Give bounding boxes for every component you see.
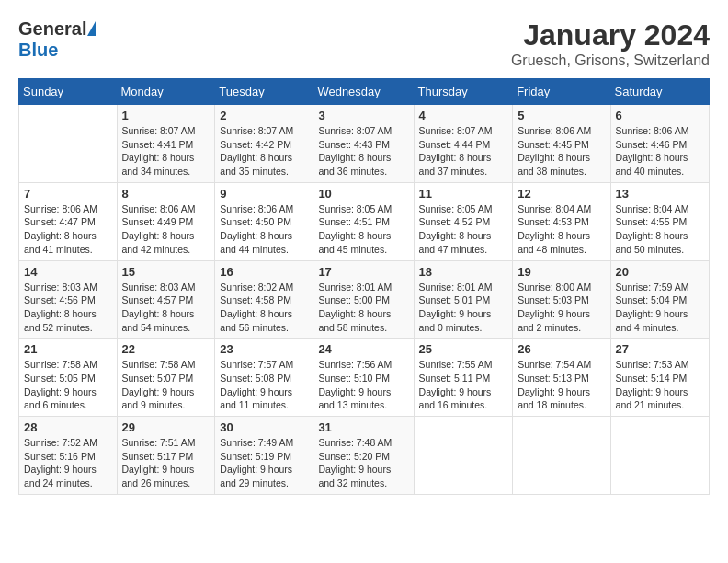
day-detail: Sunrise: 8:06 AMSunset: 4:49 PMDaylight:… (122, 202, 210, 257)
day-number: 21 (24, 342, 112, 356)
calendar-cell: 17Sunrise: 8:01 AMSunset: 5:00 PMDayligh… (313, 260, 414, 339)
calendar-cell: 10Sunrise: 8:05 AMSunset: 4:51 PMDayligh… (313, 182, 414, 260)
day-detail: Sunrise: 7:55 AMSunset: 5:11 PMDaylight:… (419, 358, 508, 412)
calendar-cell: 27Sunrise: 7:53 AMSunset: 5:14 PMDayligh… (610, 339, 709, 417)
day-number: 30 (220, 420, 308, 434)
day-detail: Sunrise: 8:07 AMSunset: 4:41 PMDaylight:… (122, 124, 210, 178)
weekday-header-monday: Monday (117, 79, 215, 105)
day-detail: Sunrise: 8:05 AMSunset: 4:51 PMDaylight:… (318, 202, 408, 257)
calendar-cell: 15Sunrise: 8:03 AMSunset: 4:57 PMDayligh… (117, 260, 215, 339)
calendar-cell: 3Sunrise: 8:07 AMSunset: 4:43 PMDaylight… (313, 105, 414, 183)
day-detail: Sunrise: 8:05 AMSunset: 4:52 PMDaylight:… (419, 202, 508, 257)
month-year-title: January 2024 (511, 18, 710, 52)
day-number: 25 (419, 342, 508, 356)
weekday-header-row: SundayMondayTuesdayWednesdayThursdayFrid… (19, 79, 710, 105)
calendar-week-1: 1Sunrise: 8:07 AMSunset: 4:41 PMDaylight… (19, 105, 710, 183)
day-number: 22 (122, 342, 210, 356)
calendar-cell: 11Sunrise: 8:05 AMSunset: 4:52 PMDayligh… (414, 182, 513, 260)
calendar-week-4: 21Sunrise: 7:58 AMSunset: 5:05 PMDayligh… (19, 339, 710, 417)
calendar-week-5: 28Sunrise: 7:52 AMSunset: 5:16 PMDayligh… (19, 417, 710, 495)
day-number: 12 (518, 187, 605, 201)
calendar-cell: 30Sunrise: 7:49 AMSunset: 5:19 PMDayligh… (215, 417, 313, 495)
day-number: 5 (518, 109, 605, 122)
location-subtitle: Gruesch, Grisons, Switzerland (511, 52, 710, 69)
calendar-week-2: 7Sunrise: 8:06 AMSunset: 4:47 PMDaylight… (19, 182, 710, 260)
calendar-cell: 2Sunrise: 8:07 AMSunset: 4:42 PMDaylight… (215, 105, 313, 183)
calendar-cell: 22Sunrise: 7:58 AMSunset: 5:07 PMDayligh… (117, 339, 215, 417)
day-number: 1 (122, 109, 210, 122)
calendar-cell: 25Sunrise: 7:55 AMSunset: 5:11 PMDayligh… (414, 339, 513, 417)
calendar-cell: 8Sunrise: 8:06 AMSunset: 4:49 PMDaylight… (117, 182, 215, 260)
day-detail: Sunrise: 8:01 AMSunset: 5:00 PMDaylight:… (318, 281, 408, 335)
day-number: 6 (616, 109, 704, 122)
day-number: 19 (518, 265, 605, 279)
day-detail: Sunrise: 7:54 AMSunset: 5:13 PMDaylight:… (518, 358, 605, 412)
day-number: 8 (122, 187, 210, 201)
day-number: 3 (318, 109, 408, 122)
day-detail: Sunrise: 7:58 AMSunset: 5:05 PMDaylight:… (24, 358, 112, 412)
day-detail: Sunrise: 7:53 AMSunset: 5:14 PMDaylight:… (616, 358, 704, 412)
day-detail: Sunrise: 7:56 AMSunset: 5:10 PMDaylight:… (318, 358, 408, 412)
day-detail: Sunrise: 8:06 AMSunset: 4:45 PMDaylight:… (518, 124, 605, 178)
calendar-cell: 12Sunrise: 8:04 AMSunset: 4:53 PMDayligh… (513, 182, 610, 260)
calendar-cell (513, 417, 610, 495)
calendar-cell: 18Sunrise: 8:01 AMSunset: 5:01 PMDayligh… (414, 260, 513, 339)
calendar-cell: 23Sunrise: 7:57 AMSunset: 5:08 PMDayligh… (215, 339, 313, 417)
day-number: 16 (220, 265, 308, 279)
day-number: 11 (419, 187, 508, 201)
day-detail: Sunrise: 8:06 AMSunset: 4:46 PMDaylight:… (616, 124, 704, 178)
calendar-cell (414, 417, 513, 495)
day-number: 10 (318, 187, 408, 201)
day-number: 17 (318, 265, 408, 279)
calendar-cell: 5Sunrise: 8:06 AMSunset: 4:45 PMDaylight… (513, 105, 610, 183)
day-number: 14 (24, 265, 112, 279)
day-detail: Sunrise: 8:06 AMSunset: 4:47 PMDaylight:… (24, 202, 112, 257)
calendar-cell: 9Sunrise: 8:06 AMSunset: 4:50 PMDaylight… (215, 182, 313, 260)
day-number: 13 (616, 187, 704, 201)
day-number: 15 (122, 265, 210, 279)
day-detail: Sunrise: 8:00 AMSunset: 5:03 PMDaylight:… (518, 281, 605, 335)
title-area: January 2024 Gruesch, Grisons, Switzerla… (511, 18, 710, 69)
day-detail: Sunrise: 7:48 AMSunset: 5:20 PMDaylight:… (318, 436, 408, 490)
calendar-cell: 31Sunrise: 7:48 AMSunset: 5:20 PMDayligh… (313, 417, 414, 495)
calendar-cell: 13Sunrise: 8:04 AMSunset: 4:55 PMDayligh… (610, 182, 709, 260)
day-number: 9 (220, 187, 308, 201)
logo-blue: Blue (18, 40, 58, 60)
day-detail: Sunrise: 8:04 AMSunset: 4:55 PMDaylight:… (616, 202, 704, 257)
day-number: 27 (616, 342, 704, 356)
day-number: 20 (616, 265, 704, 279)
day-detail: Sunrise: 8:07 AMSunset: 4:43 PMDaylight:… (318, 124, 408, 178)
day-number: 31 (318, 420, 408, 434)
calendar-week-3: 14Sunrise: 8:03 AMSunset: 4:56 PMDayligh… (19, 260, 710, 339)
header: General Blue January 2024 Gruesch, Griso… (18, 18, 710, 69)
calendar-cell: 14Sunrise: 8:03 AMSunset: 4:56 PMDayligh… (19, 260, 118, 339)
day-number: 23 (220, 342, 308, 356)
day-detail: Sunrise: 7:51 AMSunset: 5:17 PMDaylight:… (122, 436, 210, 490)
weekday-header-sunday: Sunday (19, 79, 118, 105)
logo: General Blue (18, 18, 96, 61)
calendar-cell: 21Sunrise: 7:58 AMSunset: 5:05 PMDayligh… (19, 339, 118, 417)
logo-general: General (18, 18, 86, 40)
day-number: 24 (318, 342, 408, 356)
day-detail: Sunrise: 7:57 AMSunset: 5:08 PMDaylight:… (220, 358, 308, 412)
calendar-cell: 4Sunrise: 8:07 AMSunset: 4:44 PMDaylight… (414, 105, 513, 183)
day-number: 28 (24, 420, 112, 434)
day-number: 4 (419, 109, 508, 122)
weekday-header-wednesday: Wednesday (313, 79, 414, 105)
day-detail: Sunrise: 7:59 AMSunset: 5:04 PMDaylight:… (616, 281, 704, 335)
day-detail: Sunrise: 7:52 AMSunset: 5:16 PMDaylight:… (24, 436, 112, 490)
day-detail: Sunrise: 8:07 AMSunset: 4:42 PMDaylight:… (220, 124, 308, 178)
calendar-cell: 20Sunrise: 7:59 AMSunset: 5:04 PMDayligh… (610, 260, 709, 339)
day-detail: Sunrise: 8:03 AMSunset: 4:57 PMDaylight:… (122, 281, 210, 335)
day-detail: Sunrise: 8:04 AMSunset: 4:53 PMDaylight:… (518, 202, 605, 257)
calendar-cell (19, 105, 118, 183)
calendar-header: SundayMondayTuesdayWednesdayThursdayFrid… (19, 79, 710, 105)
day-number: 2 (220, 109, 308, 122)
calendar-cell: 7Sunrise: 8:06 AMSunset: 4:47 PMDaylight… (19, 182, 118, 260)
day-detail: Sunrise: 8:02 AMSunset: 4:58 PMDaylight:… (220, 281, 308, 335)
calendar-table: SundayMondayTuesdayWednesdayThursdayFrid… (18, 78, 710, 495)
day-detail: Sunrise: 8:07 AMSunset: 4:44 PMDaylight:… (419, 124, 508, 178)
calendar-cell (610, 417, 709, 495)
calendar-cell: 24Sunrise: 7:56 AMSunset: 5:10 PMDayligh… (313, 339, 414, 417)
day-detail: Sunrise: 7:58 AMSunset: 5:07 PMDaylight:… (122, 358, 210, 412)
